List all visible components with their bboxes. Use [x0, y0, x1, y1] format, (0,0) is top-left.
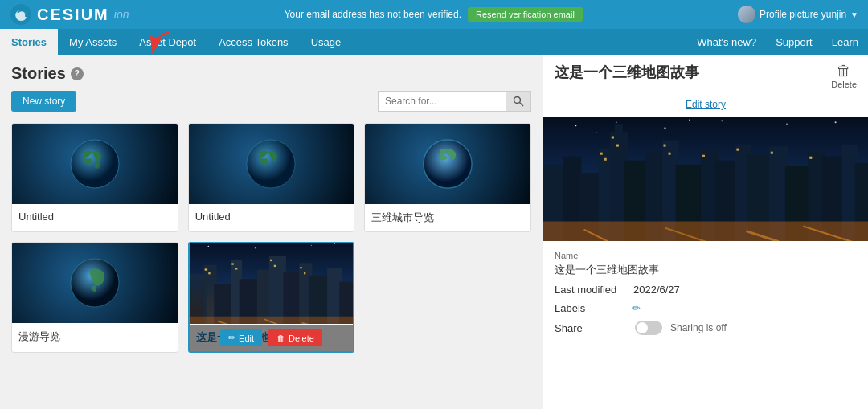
svg-point-48 — [721, 120, 723, 121]
svg-point-52 — [689, 120, 690, 121]
nav-item-usage[interactable]: Usage — [300, 29, 353, 55]
story-card-1[interactable]: Untitled — [11, 123, 178, 232]
svg-rect-78 — [669, 153, 671, 155]
svg-rect-74 — [604, 158, 607, 161]
nav-item-support[interactable]: Support — [766, 29, 822, 55]
globe-icon-3 — [420, 136, 476, 192]
globe-icon-1 — [67, 136, 123, 192]
svg-rect-80 — [736, 149, 739, 151]
svg-rect-73 — [600, 153, 603, 155]
story-card-3[interactable]: 三维城市导览 — [364, 123, 531, 232]
svg-point-2 — [514, 97, 521, 104]
svg-point-47 — [664, 127, 665, 129]
profile-area[interactable]: Profile picture yunjin ▼ — [738, 6, 858, 23]
share-label: Share — [555, 322, 627, 334]
city-skyline-icon — [190, 243, 354, 324]
sharing-status: Sharing is off — [670, 322, 727, 333]
nav-item-my-assets[interactable]: My Assets — [58, 29, 128, 55]
detail-info: Name 这是一个三维地图故事 Last modified 2022/6/27 … — [543, 241, 868, 345]
delete-story-button[interactable]: 🗑 Delete — [268, 329, 322, 346]
detail-delete-button[interactable]: 🗑 Delete — [831, 63, 857, 89]
story-card-5[interactable]: 这是一个三维地图故事 ✏ Edit 🗑 Delete — [188, 242, 355, 353]
delete-label: Delete — [831, 80, 857, 89]
nav-item-whats-new[interactable]: What's new? — [687, 29, 766, 55]
svg-point-46 — [616, 121, 617, 123]
profile-picture — [738, 6, 755, 23]
resend-verification-button[interactable]: Resend verification email — [468, 7, 583, 22]
name-field: Name 这是一个三维地图故事 — [555, 251, 857, 277]
main-layout: Stories ? New story — [0, 55, 868, 409]
card-label-1: Untitled — [12, 204, 178, 229]
svg-point-14 — [207, 246, 209, 247]
globe-icon-4 — [67, 255, 123, 311]
sharing-toggle[interactable] — [635, 321, 662, 335]
edit-labels-button[interactable]: ✏ — [632, 302, 641, 314]
name-value: 这是一个三维地图故事 — [555, 263, 857, 277]
story-card-4[interactable]: 漫游导览 — [11, 242, 178, 353]
logo-text: CESIUM — [37, 6, 109, 24]
svg-rect-39 — [304, 272, 305, 274]
page-title: Stories — [11, 64, 66, 83]
svg-point-45 — [575, 125, 576, 126]
last-modified-value: 2022/6/27 — [633, 284, 680, 296]
card-label-3: 三维城市导览 — [365, 204, 530, 231]
detail-city-image — [543, 117, 868, 241]
stories-header: Stories ? — [11, 64, 531, 83]
search-area — [378, 91, 531, 112]
labels-row: Labels ✏ — [555, 302, 857, 314]
ion-text: ion — [114, 8, 129, 21]
card-thumbnail-2 — [189, 124, 354, 204]
svg-rect-58 — [615, 124, 623, 136]
nav-items-left: Stories My Assets Asset Depot Access Tok… — [0, 29, 352, 55]
svg-rect-35 — [235, 268, 237, 269]
globe-icon-2 — [243, 136, 299, 192]
stories-grid: Untitled — [11, 123, 531, 353]
card-thumbnail-4 — [12, 243, 178, 323]
detail-title: 这是一个三维地图故事 — [555, 63, 699, 82]
card-label-2: Untitled — [189, 204, 354, 229]
detail-header: 这是一个三维地图故事 🗑 Delete — [543, 55, 868, 97]
search-icon — [513, 96, 524, 107]
search-button[interactable] — [506, 91, 531, 112]
nav-items-right: What's new? Support Learn — [687, 29, 868, 55]
pencil-icon: ✏ — [228, 333, 235, 343]
last-modified-label: Last modified — [555, 284, 627, 296]
nav-bar: Stories My Assets Asset Depot Access Tok… — [0, 29, 868, 55]
svg-rect-34 — [231, 263, 233, 264]
verification-message: Your email address has not been verified… — [285, 7, 583, 22]
profile-chevron-icon: ▼ — [850, 10, 858, 19]
card-actions-5: ✏ Edit 🗑 Delete — [190, 325, 354, 351]
search-input[interactable] — [378, 91, 506, 112]
card-thumbnail-5 — [190, 243, 354, 324]
new-story-button[interactable]: New story — [11, 91, 76, 112]
svg-point-18 — [310, 245, 311, 246]
svg-rect-38 — [300, 267, 301, 268]
svg-point-49 — [786, 124, 788, 125]
svg-rect-82 — [809, 157, 812, 159]
card-label-4: 漫游导览 — [12, 323, 178, 350]
name-label: Name — [555, 251, 857, 260]
svg-rect-76 — [616, 145, 619, 147]
nav-item-access-tokens[interactable]: Access Tokens — [207, 29, 299, 55]
story-card-2[interactable]: Untitled — [188, 123, 355, 232]
svg-rect-75 — [612, 136, 614, 138]
nav-item-asset-depot[interactable]: Asset Depot — [128, 29, 207, 55]
svg-rect-33 — [208, 272, 210, 274]
help-icon[interactable]: ? — [71, 67, 84, 80]
nav-item-stories[interactable]: Stories — [0, 29, 58, 55]
edit-story-button[interactable]: ✏ Edit — [220, 329, 262, 346]
toggle-knob — [637, 322, 648, 333]
svg-rect-36 — [270, 260, 272, 261]
share-row: Share Sharing is off — [555, 321, 857, 335]
detail-preview-image — [543, 117, 868, 241]
trash-icon: 🗑 — [276, 333, 285, 343]
labels-label: Labels — [555, 302, 627, 314]
edit-story-link[interactable]: Edit story — [543, 97, 868, 117]
delete-icon: 🗑 — [837, 63, 851, 80]
svg-line-3 — [520, 103, 524, 107]
svg-rect-81 — [771, 152, 773, 154]
svg-rect-27 — [283, 272, 301, 324]
left-panel: Stories ? New story — [0, 55, 542, 409]
nav-item-learn[interactable]: Learn — [822, 29, 868, 55]
svg-point-51 — [596, 132, 596, 133]
